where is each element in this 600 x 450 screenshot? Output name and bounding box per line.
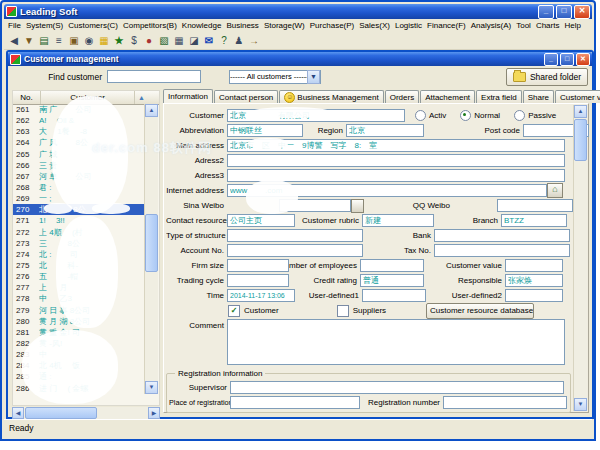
shared-folder-button[interactable]: Shared folder — [506, 68, 588, 86]
user-defined1-field[interactable] — [362, 289, 426, 302]
menu-item[interactable]: Logistic — [395, 21, 422, 30]
region-field[interactable] — [346, 124, 424, 137]
scroll-up-icon[interactable]: ▲ — [574, 105, 587, 118]
maximize-icon[interactable]: □ — [556, 5, 572, 19]
bank-label: Bank — [363, 231, 434, 240]
tab-contact-person[interactable]: Contact person — [214, 90, 278, 103]
scrollbar-thumb[interactable] — [25, 407, 97, 419]
scroll-down-icon[interactable]: ▼ — [145, 381, 158, 394]
menu-item[interactable]: Competitors(B) — [123, 21, 177, 30]
menu-item[interactable]: Sales(X) — [359, 21, 390, 30]
number-of-employees-field[interactable] — [360, 259, 424, 272]
scroll-right-icon[interactable]: ▶ — [148, 407, 160, 419]
child-minimize-icon[interactable]: _ — [544, 53, 558, 66]
child-close-icon[interactable]: ✕ — [576, 53, 590, 66]
tab-orders[interactable]: Orders — [385, 90, 419, 103]
radio-passive[interactable] — [514, 110, 525, 121]
speaker-icon[interactable]: ◀ — [7, 33, 21, 48]
tab-bar: Information Contact person ☺Business Man… — [163, 89, 588, 103]
menu-item[interactable]: Purchase(P) — [310, 21, 354, 30]
scroll-up-icon[interactable]: ▲ — [145, 104, 158, 117]
radio-activ[interactable] — [415, 110, 426, 121]
find-customer-input[interactable] — [107, 70, 201, 83]
place-of-registration-field[interactable] — [230, 396, 360, 409]
help-icon[interactable]: ? — [217, 33, 231, 48]
adress2-field[interactable] — [227, 154, 565, 167]
folder-icon[interactable]: ◪ — [187, 33, 201, 48]
credit-rating-field[interactable] — [360, 274, 424, 287]
menu-item[interactable]: Analysis(A) — [471, 21, 511, 30]
menu-item[interactable]: Knowledge — [182, 21, 222, 30]
customer-rubric-field[interactable] — [362, 214, 434, 227]
tab-share[interactable]: Share — [523, 90, 554, 103]
firm-size-field[interactable] — [227, 259, 289, 272]
column-header-no[interactable]: No. — [13, 91, 41, 104]
menu-item[interactable]: File — [8, 21, 21, 30]
scrollbar-thumb[interactable] — [145, 214, 158, 272]
scroll-down-icon[interactable]: ▼ — [574, 398, 587, 411]
filter-icon[interactable]: ▼ — [22, 33, 36, 48]
menu-item[interactable]: Storage(W) — [264, 21, 305, 30]
bank-field[interactable] — [434, 229, 570, 242]
sina-weibo-button[interactable] — [351, 199, 364, 213]
menu-item[interactable]: System(S) — [26, 21, 63, 30]
suppliers-checkbox[interactable]: ✓ — [337, 305, 349, 317]
tab-customer-valuation[interactable]: Customer valuation — [555, 90, 600, 103]
save-icon[interactable]: ▣ — [67, 33, 81, 48]
grid-icon[interactable]: ▦ — [97, 33, 111, 48]
comment-field[interactable] — [227, 319, 565, 365]
star-icon[interactable]: ★ — [112, 33, 126, 48]
list-vertical-scrollbar[interactable]: ▲ ▼ — [144, 104, 158, 394]
menu-item[interactable]: Business — [226, 21, 258, 30]
supervisor-field[interactable] — [230, 381, 564, 394]
customer-resource-database-button[interactable]: Customer resource database — [426, 303, 534, 319]
tab-information[interactable]: Information — [163, 89, 213, 103]
scrollbar-thumb[interactable] — [574, 119, 587, 161]
minimize-icon[interactable]: _ — [538, 5, 554, 19]
note-icon[interactable]: ▤ — [37, 33, 51, 48]
tab-extra-field[interactable]: Extra field — [476, 90, 522, 103]
calendar-icon[interactable]: ▧ — [157, 33, 171, 48]
customer-filter-dropdown[interactable]: ------ All customers ------ ▼ — [229, 70, 321, 84]
menu-item[interactable]: Customers(C) — [68, 21, 118, 30]
responsible-field[interactable] — [505, 274, 563, 287]
account-no-field[interactable] — [227, 244, 363, 257]
search-icon[interactable]: ◉ — [82, 33, 96, 48]
close-icon[interactable]: ✕ — [574, 5, 590, 19]
radio-normal[interactable] — [460, 110, 471, 121]
mail-icon[interactable]: ✉ — [202, 33, 216, 48]
sort-asc-icon[interactable]: ▲ — [135, 91, 148, 104]
menu-item[interactable]: Charts — [536, 21, 560, 30]
branch-field[interactable] — [501, 214, 567, 227]
customer-checkbox[interactable]: ✓ — [228, 305, 240, 317]
contact-resource-field[interactable] — [227, 214, 295, 227]
form-vertical-scrollbar[interactable]: ▲ ▼ — [573, 105, 587, 411]
home-icon[interactable]: ⌂ — [547, 183, 563, 198]
table-icon[interactable]: ▦ — [172, 33, 186, 48]
type-of-structure-field[interactable] — [227, 229, 363, 242]
menu-item[interactable]: Finance(F) — [427, 21, 466, 30]
scroll-left-icon[interactable]: ◀ — [12, 407, 24, 419]
currency-icon[interactable]: $ — [127, 33, 141, 48]
child-maximize-icon[interactable]: □ — [560, 53, 574, 66]
tab-business-management[interactable]: ☺Business Management — [279, 90, 383, 103]
exit-icon[interactable]: → — [247, 33, 261, 48]
globe-icon[interactable]: ● — [142, 33, 156, 48]
trading-cycle-field[interactable] — [227, 274, 289, 287]
qq-weibo-field[interactable] — [497, 199, 573, 212]
abbreviation-field[interactable] — [227, 124, 303, 137]
app-icon — [6, 6, 17, 17]
list-horizontal-scrollbar[interactable]: ◀ ▶ — [12, 407, 160, 419]
time-field[interactable] — [227, 289, 295, 302]
customer-value-field[interactable] — [505, 259, 563, 272]
user-icon[interactable]: ♟ — [232, 33, 246, 48]
registration-number-field[interactable] — [443, 396, 567, 409]
menu-item[interactable]: Tool — [516, 21, 531, 30]
tax-no-field[interactable] — [434, 244, 570, 257]
list-icon[interactable]: ≡ — [52, 33, 66, 48]
chevron-down-icon[interactable]: ▼ — [307, 70, 320, 84]
menu-item[interactable]: Help — [564, 21, 580, 30]
tab-attachement[interactable]: Attachement — [420, 90, 475, 103]
redaction-blob — [52, 96, 128, 214]
user-defined2-field[interactable] — [505, 289, 563, 302]
